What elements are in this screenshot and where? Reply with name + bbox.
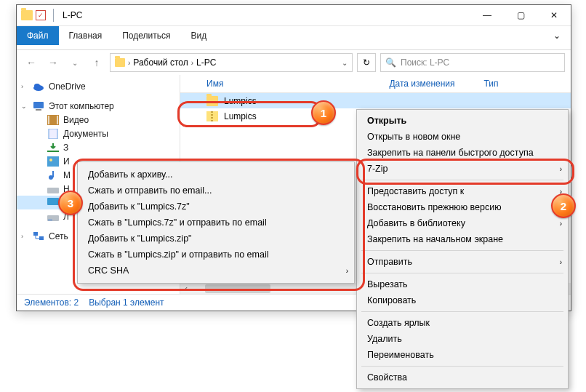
svg-rect-14 (47, 198, 59, 205)
svg-rect-8 (47, 151, 59, 152)
cloud-icon (33, 81, 44, 92)
tab-main[interactable]: Главная (59, 26, 113, 45)
ribbon-expand-button[interactable]: ⌄ (543, 26, 571, 45)
svg-rect-2 (33, 102, 44, 108)
svg-rect-16 (48, 220, 52, 220)
nav-back-button[interactable]: ← (23, 54, 40, 71)
file-name: Lumpics (224, 96, 257, 106)
sidebar-item-documents[interactable]: Документы (17, 127, 180, 140)
sidebar-item-onedrive[interactable]: ›OneDrive (17, 79, 180, 93)
drive-icon (47, 184, 59, 194)
ctx-delete[interactable]: Удалить (357, 331, 568, 347)
sidebar-item-this-pc[interactable]: ⌄Этот компьютер (17, 99, 180, 113)
ctx-shortcut[interactable]: Создать ярлык (357, 315, 568, 331)
context-menu: Открыть Открыть в новом окне Закрепить н… (356, 109, 569, 389)
ctx-open-new-window[interactable]: Открыть в новом окне (357, 129, 568, 145)
sub-crc-sha[interactable]: CRC SHA› (78, 263, 354, 279)
ctx-restore-version[interactable]: Восстановить прежнюю версию (357, 199, 568, 215)
sub-add-zip[interactable]: Добавить к "Lumpics.zip" (78, 231, 354, 247)
chevron-right-icon: › (560, 258, 562, 266)
column-headers[interactable]: Имя Дата изменения Тип (180, 75, 571, 93)
ctx-add-library[interactable]: Добавить в библиотеку› (357, 215, 568, 231)
svg-point-10 (49, 159, 52, 161)
search-placeholder: Поиск: L-PC (401, 57, 449, 68)
sidebar-item-downloads[interactable]: З (17, 140, 180, 154)
scroll-left-button[interactable]: ‹ (180, 283, 192, 295)
titlebar: ✓ L-PC — ▢ ✕ (17, 5, 571, 25)
breadcrumb[interactable]: Рабочий стол (133, 57, 188, 68)
svg-rect-5 (48, 116, 49, 124)
sub-add-archive[interactable]: Добавить к архиву... (78, 167, 354, 183)
ctx-rename[interactable]: Переименовать (357, 347, 568, 363)
maximize-button[interactable]: ▢ (504, 5, 537, 25)
folder-icon (115, 58, 125, 67)
addressbar[interactable]: › Рабочий стол › L-PC ⌄ (110, 53, 353, 72)
address-dropdown-button[interactable]: ⌄ (342, 59, 348, 67)
sub-compress-zip-email[interactable]: Сжать в "Lumpics.zip" и отправить по ema… (78, 247, 354, 263)
column-date[interactable]: Дата изменения (389, 79, 454, 89)
refresh-button[interactable]: ↻ (357, 53, 376, 72)
close-button[interactable]: ✕ (537, 5, 571, 25)
tab-share[interactable]: Поделиться (112, 26, 180, 45)
nav-up-button[interactable]: ↑ (88, 54, 105, 71)
video-icon (47, 115, 59, 125)
pc-icon (33, 101, 44, 111)
ctx-send-to[interactable]: Отправить› (357, 254, 568, 270)
sub-add-7z[interactable]: Добавить к "Lumpics.7z" (78, 199, 354, 215)
ctx-cut[interactable]: Вырезать (357, 276, 568, 292)
svg-rect-13 (47, 188, 59, 193)
tab-view[interactable]: Вид (180, 26, 217, 45)
search-input[interactable]: 🔍 Поиск: L-PC (380, 53, 565, 72)
svg-rect-9 (47, 156, 59, 167)
navbar: ← → ⌄ ↑ › Рабочий стол › L-PC ⌄ ↻ 🔍 Поис… (17, 50, 571, 75)
desktop-icon (47, 198, 59, 208)
svg-rect-17 (33, 232, 38, 236)
document-icon (47, 129, 59, 139)
7zip-submenu: Добавить к архиву... Сжать и отправить п… (77, 161, 355, 284)
sidebar-item-videos[interactable]: Видео (17, 113, 180, 127)
ctx-pin-quick-access[interactable]: Закрепить на панели быстрого доступа (357, 145, 568, 161)
file-name: Lumpics (224, 111, 257, 121)
minimize-button[interactable]: — (470, 5, 504, 25)
app-icon (21, 10, 33, 20)
ctx-7zip[interactable]: 7-Zip› (357, 161, 568, 177)
tab-file[interactable]: Файл (17, 26, 59, 45)
window-title: L-PC (63, 10, 82, 20)
sub-compress-7z-email[interactable]: Сжать в "Lumpics.7z" и отправить по emai… (78, 215, 354, 231)
music-icon (47, 170, 59, 180)
column-type[interactable]: Тип (484, 79, 499, 89)
sub-compress-email[interactable]: Сжать и отправить по email... (78, 183, 354, 199)
status-selected: Выбран 1 элемент (89, 297, 164, 308)
scroll-thumb[interactable] (205, 284, 270, 293)
network-icon (33, 231, 44, 241)
status-count: Элементов: 2 (24, 297, 79, 308)
chevron-right-icon: › (191, 59, 193, 67)
ctx-pin-start[interactable]: Закрепить на начальном экране (357, 231, 568, 247)
svg-rect-18 (39, 236, 44, 240)
pin-3: 3 (58, 191, 83, 215)
nav-history-button[interactable]: ⌄ (66, 54, 84, 71)
chevron-right-icon: › (346, 267, 348, 275)
drive-icon (47, 212, 59, 222)
picture-icon (47, 156, 59, 167)
ctx-give-access[interactable]: Предоставить доступ к› (357, 183, 568, 199)
table-row[interactable]: Lumpics (180, 93, 571, 108)
column-name[interactable]: Имя (206, 79, 223, 89)
ctx-properties[interactable]: Свойства (357, 369, 568, 385)
chevron-right-icon: › (128, 59, 130, 67)
qat-button[interactable]: ✓ (36, 11, 45, 20)
pin-2: 2 (551, 193, 576, 218)
download-icon (47, 143, 59, 153)
svg-rect-12 (52, 171, 54, 177)
svg-rect-3 (36, 109, 41, 111)
ctx-open[interactable]: Открыть (357, 113, 568, 129)
search-icon: 🔍 (385, 57, 396, 68)
breadcrumb[interactable]: L-PC (196, 57, 216, 68)
ctx-copy[interactable]: Копировать (357, 292, 568, 308)
chevron-right-icon: › (560, 165, 562, 173)
chevron-right-icon: › (560, 220, 562, 228)
svg-rect-6 (57, 116, 58, 124)
nav-forward-button[interactable]: → (44, 54, 62, 71)
ribbon-tabs: Файл Главная Поделиться Вид ⌄ (17, 25, 571, 45)
folder-icon (206, 96, 218, 106)
